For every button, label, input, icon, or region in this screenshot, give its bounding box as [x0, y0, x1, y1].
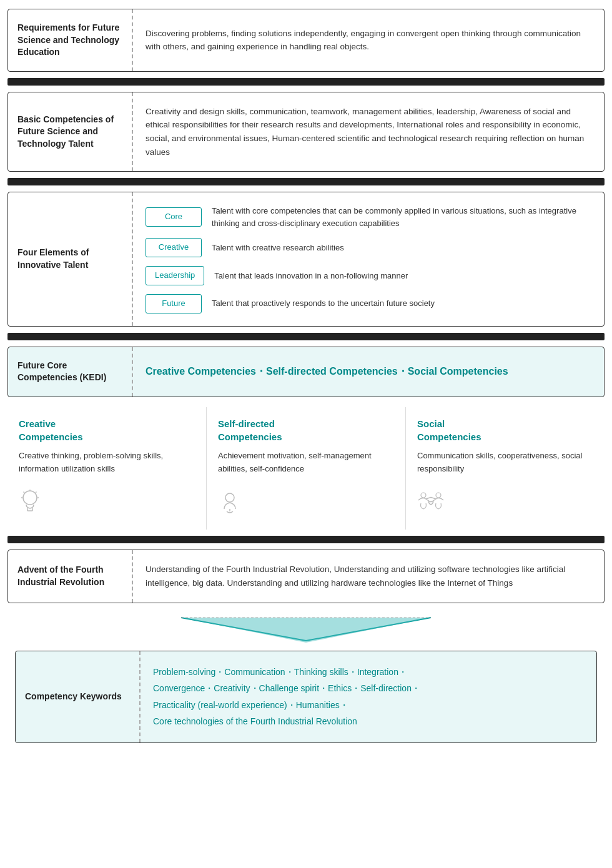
element-desc-leadership: Talent that leads innovation in a non-fo… — [214, 270, 408, 282]
creative-competency-card: CreativeCompetencies Creative thinking, … — [7, 407, 207, 530]
basic-competencies-description: Creativity and design skills, communicat… — [146, 105, 591, 159]
element-row-leadership: Leadership Talent that leads innovation … — [146, 266, 408, 285]
advent-section: Advent of the Fourth Industrial Revoluti… — [7, 550, 605, 603]
element-row-creative: Creative Talent with creative research a… — [146, 238, 344, 257]
element-row-future: Future Talent that proactively responds … — [146, 294, 435, 313]
svg-point-11 — [421, 493, 426, 498]
divider-3 — [7, 333, 605, 340]
keywords-line-2: Convergence・Creativity・Challenge spirit・… — [153, 683, 420, 693]
self-directed-competency-desc: Achievement motivation, self-management … — [218, 450, 394, 476]
advent-left: Advent of the Fourth Industrial Revoluti… — [8, 550, 133, 602]
svg-line-6 — [36, 492, 37, 493]
four-elements-section: Four Elements of Innovative Talent Core … — [7, 192, 605, 326]
self-directed-competency-title: Self-directedCompetencies — [218, 417, 394, 443]
element-desc-creative: Talent with creative research abilities — [212, 242, 344, 254]
keywords-line-3: Practicality (real-world experience)・Hum… — [153, 700, 348, 710]
basic-competencies-section: Basic Competencies of Future Science and… — [7, 92, 605, 172]
keywords-left: Competency Keywords — [16, 651, 141, 742]
requirements-left: Requirements for Future Science and Tech… — [8, 9, 133, 71]
future-core-title: Future Core Competencies (KEDI) — [17, 360, 122, 384]
future-core-left: Future Core Competencies (KEDI) — [8, 347, 133, 397]
future-core-right: Creative Competencies・Self-directed Comp… — [133, 347, 604, 397]
arrow-section — [0, 609, 612, 651]
social-competency-desc: Communication skills, cooperativeness, s… — [417, 450, 593, 476]
divider-1 — [7, 78, 605, 86]
self-directed-competency-card: Self-directedCompetencies Achievement mo… — [207, 407, 406, 530]
social-competency-title: SocialCompetencies — [417, 417, 593, 443]
advent-description: Understanding of the Fourth Industrial R… — [146, 563, 591, 589]
element-tag-core: Core — [146, 207, 202, 227]
advent-title: Advent of the Fourth Industrial Revoluti… — [17, 564, 122, 588]
requirements-description: Discovering problems, finding solutions … — [146, 27, 591, 54]
requirements-section: Requirements for Future Science and Tech… — [7, 9, 605, 72]
keywords-line-1: Problem-solving・Communication・Thinking s… — [153, 667, 407, 677]
future-core-competencies: Creative Competencies・Self-directed Comp… — [146, 363, 508, 380]
self-direction-icon — [218, 488, 394, 517]
social-competency-card: SocialCompetencies Communication skills,… — [406, 407, 605, 530]
element-tag-future: Future — [146, 294, 202, 313]
four-elements-title: Four Elements of Innovative Talent — [17, 247, 122, 271]
svg-point-12 — [436, 493, 441, 498]
svg-marker-15 — [181, 618, 431, 643]
competency-cards-container: CreativeCompetencies Creative thinking, … — [7, 407, 605, 530]
divider-4 — [7, 536, 605, 543]
down-arrow — [150, 614, 462, 646]
creative-competency-desc: Creative thinking, problem-solving skill… — [19, 450, 195, 476]
basic-competencies-right: Creativity and design skills, communicat… — [133, 92, 604, 171]
keywords-section-wrapper: Competency Keywords Problem-solving・Comm… — [7, 651, 605, 743]
element-desc-future: Talent that proactively responds to the … — [212, 297, 435, 310]
creative-competency-title: CreativeCompetencies — [19, 417, 195, 443]
four-elements-right: Core Talent with core competencies that … — [133, 192, 604, 325]
keywords-title: Competency Keywords — [25, 691, 122, 703]
requirements-title: Requirements for Future Science and Tech… — [17, 22, 122, 59]
element-tag-leadership: Leadership — [146, 266, 204, 285]
future-core-section: Future Core Competencies (KEDI) Creative… — [7, 347, 605, 397]
svg-point-0 — [23, 491, 37, 505]
keywords-text: Problem-solving・Communication・Thinking s… — [153, 664, 420, 730]
keywords-line-4: Core technologies of the Fourth Industri… — [153, 716, 357, 726]
basic-competencies-left: Basic Competencies of Future Science and… — [8, 92, 133, 171]
advent-right: Understanding of the Fourth Industrial R… — [133, 550, 604, 602]
divider-2 — [7, 178, 605, 185]
svg-line-5 — [24, 492, 25, 493]
four-elements-left: Four Elements of Innovative Talent — [8, 192, 133, 325]
element-row-core: Core Talent with core competencies that … — [146, 205, 591, 229]
handshake-icon — [417, 488, 593, 515]
keywords-section: Competency Keywords Problem-solving・Comm… — [15, 651, 597, 743]
keywords-right: Problem-solving・Communication・Thinking s… — [141, 651, 596, 742]
svg-point-9 — [225, 493, 234, 502]
requirements-right: Discovering problems, finding solutions … — [133, 9, 604, 71]
basic-competencies-title: Basic Competencies of Future Science and… — [17, 114, 122, 150]
element-desc-core: Talent with core competencies that can b… — [212, 205, 591, 229]
lightbulb-icon — [19, 488, 195, 520]
element-tag-creative: Creative — [146, 238, 202, 257]
